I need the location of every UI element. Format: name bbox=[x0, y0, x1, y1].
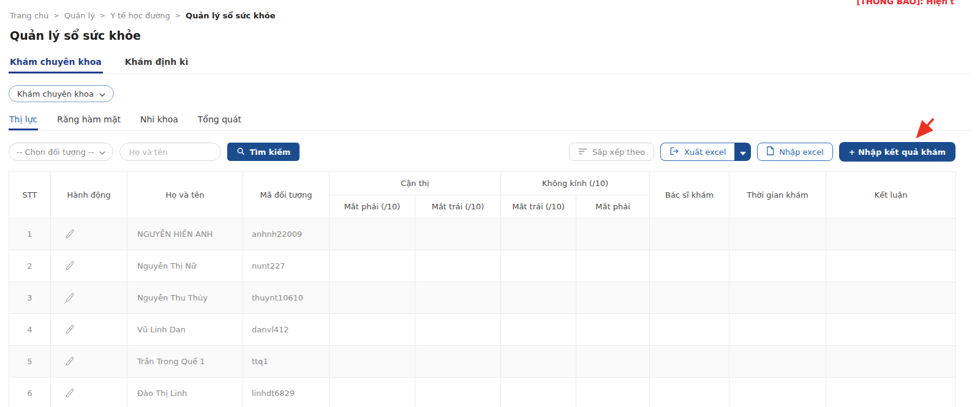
stt-cell: 2 bbox=[9, 250, 51, 282]
stt-cell: 4 bbox=[9, 314, 51, 346]
empty-cell bbox=[826, 378, 956, 407]
empty-cell bbox=[729, 282, 826, 314]
breadcrumb-manage[interactable]: Quản lý bbox=[64, 11, 95, 20]
edit-icon[interactable] bbox=[64, 356, 75, 366]
sort-button[interactable]: Sắp xếp theo bbox=[569, 143, 654, 161]
empty-cell bbox=[729, 250, 826, 282]
table-row: 5 Trần Trọng Quế 1 ttq1 bbox=[9, 346, 956, 378]
edit-icon[interactable] bbox=[64, 260, 75, 271]
col-header-khongkinh-right-eye: Mắt phải bbox=[576, 195, 650, 218]
action-cell bbox=[51, 250, 127, 282]
chevron-down-icon bbox=[99, 89, 105, 99]
specialty-sub-tabs: Thị lực Răng hàm mặt Nhi khoa Tổng quát bbox=[9, 114, 971, 131]
empty-cell bbox=[330, 218, 415, 250]
chevron-down-icon bbox=[99, 147, 105, 157]
empty-cell bbox=[330, 282, 415, 314]
empty-cell bbox=[650, 250, 729, 282]
health-records-table: STT Hành động Họ và tên Mã đối tượng Cận… bbox=[9, 171, 956, 407]
col-header-exam-time: Thời gian khám bbox=[729, 172, 826, 218]
export-options-caret[interactable] bbox=[734, 143, 751, 161]
action-cell bbox=[51, 314, 127, 346]
target-select[interactable]: -- Chọn đối tượng -- bbox=[9, 143, 113, 161]
import-excel-button[interactable]: Nhập excel bbox=[757, 143, 832, 161]
empty-cell bbox=[415, 314, 501, 346]
empty-cell bbox=[330, 250, 415, 282]
code-cell: linhdt6829 bbox=[243, 378, 330, 407]
main-tabs: Khám chuyên khoa Khám định kì bbox=[9, 57, 971, 74]
breadcrumb-home[interactable]: Trang chủ bbox=[10, 11, 49, 20]
table-row: 4 Vũ Linh Dan danvl412 bbox=[9, 314, 956, 346]
edit-icon[interactable] bbox=[64, 324, 75, 334]
export-icon bbox=[669, 147, 679, 157]
edit-icon[interactable] bbox=[64, 228, 75, 239]
empty-cell bbox=[501, 378, 576, 407]
tab-kham-dinh-ki[interactable]: Khám định kì bbox=[124, 57, 189, 73]
marquee-notice: [THÔNG BÁO]: Hiện t bbox=[856, 0, 954, 6]
add-exam-result-button[interactable]: + Nhập kết quả khám bbox=[839, 142, 956, 162]
edit-icon[interactable] bbox=[64, 292, 75, 302]
empty-cell bbox=[729, 378, 826, 407]
empty-cell bbox=[650, 346, 729, 378]
add-exam-result-label: + Nhập kết quả khám bbox=[849, 147, 946, 157]
empty-cell bbox=[415, 250, 501, 282]
search-button[interactable]: Tìm kiếm bbox=[227, 143, 300, 161]
empty-cell bbox=[501, 218, 576, 250]
sort-button-label: Sắp xếp theo bbox=[592, 147, 645, 157]
code-cell: danvl412 bbox=[243, 314, 330, 346]
empty-cell bbox=[729, 218, 826, 250]
breadcrumb-separator: > bbox=[175, 12, 181, 20]
col-header-name: Họ và tên bbox=[127, 172, 243, 218]
empty-cell bbox=[650, 218, 729, 250]
col-header-doctor: Bác sĩ khám bbox=[650, 172, 729, 218]
edit-icon[interactable] bbox=[64, 387, 75, 398]
code-cell: nunt227 bbox=[243, 250, 330, 282]
empty-cell bbox=[826, 346, 956, 378]
file-icon bbox=[766, 146, 774, 157]
col-group-can-thi: Cận thị bbox=[330, 172, 501, 195]
sort-icon bbox=[578, 147, 587, 157]
action-cell bbox=[51, 282, 127, 314]
empty-cell bbox=[576, 250, 650, 282]
col-header-code: Mã đối tượng bbox=[243, 172, 330, 218]
stt-cell: 6 bbox=[9, 378, 51, 407]
page-title: Quản lý sổ sức khỏe bbox=[10, 29, 980, 42]
empty-cell bbox=[330, 346, 415, 378]
empty-cell bbox=[826, 282, 956, 314]
breadcrumb-school-health[interactable]: Y tế học đường bbox=[110, 11, 170, 20]
export-excel-label: Xuất excel bbox=[684, 147, 726, 157]
subtab-rang-ham-mat[interactable]: Răng hàm mặt bbox=[56, 114, 121, 130]
empty-cell bbox=[415, 346, 501, 378]
col-header-conclusion: Kết luận bbox=[826, 172, 956, 218]
target-select-value: -- Chọn đối tượng -- bbox=[17, 147, 94, 157]
name-cell: Nguyễn Thu Thủy bbox=[127, 282, 243, 314]
toolbar-group: Sắp xếp theo Xuất excel Nhập excel + Nhậ… bbox=[569, 142, 956, 162]
empty-cell bbox=[729, 314, 826, 346]
breadcrumb: Trang chủ > Quản lý > Y tế học đường > Q… bbox=[0, 0, 980, 20]
export-excel-button[interactable]: Xuất excel bbox=[660, 143, 734, 161]
subtab-tong-quat[interactable]: Tổng quát bbox=[197, 114, 242, 130]
empty-cell bbox=[650, 378, 729, 407]
breadcrumb-separator: > bbox=[100, 12, 105, 20]
caret-down-icon bbox=[740, 146, 746, 158]
col-group-khong-kinh: Không kính (/10) bbox=[501, 172, 650, 195]
empty-cell bbox=[501, 250, 576, 282]
breadcrumb-separator: > bbox=[54, 12, 59, 20]
empty-cell bbox=[501, 346, 576, 378]
empty-cell bbox=[826, 314, 956, 346]
stt-cell: 3 bbox=[9, 282, 51, 314]
stt-cell: 1 bbox=[9, 218, 51, 250]
tab-kham-chuyen-khoa[interactable]: Khám chuyên khoa bbox=[9, 57, 103, 73]
empty-cell bbox=[501, 282, 576, 314]
exam-type-dropdown[interactable]: Khám chuyên khoa bbox=[9, 85, 114, 102]
code-cell: ttq1 bbox=[243, 346, 330, 378]
table-row: 6 Đào Thị Linh linhdt6829 bbox=[9, 378, 956, 407]
subtab-nhi-khoa[interactable]: Nhi khoa bbox=[140, 114, 179, 130]
name-search-input[interactable] bbox=[119, 143, 221, 161]
filter-group: -- Chọn đối tượng -- Tìm kiếm bbox=[9, 143, 300, 161]
search-button-label: Tìm kiếm bbox=[249, 147, 290, 157]
code-cell: anhnh22009 bbox=[243, 218, 330, 250]
subtab-thi-luc[interactable]: Thị lực bbox=[9, 114, 38, 130]
table-row: 1 NGUYỄN HIỀN ANH anhnh22009 bbox=[9, 218, 956, 250]
export-split-button: Xuất excel bbox=[660, 143, 751, 161]
empty-cell bbox=[415, 378, 501, 407]
